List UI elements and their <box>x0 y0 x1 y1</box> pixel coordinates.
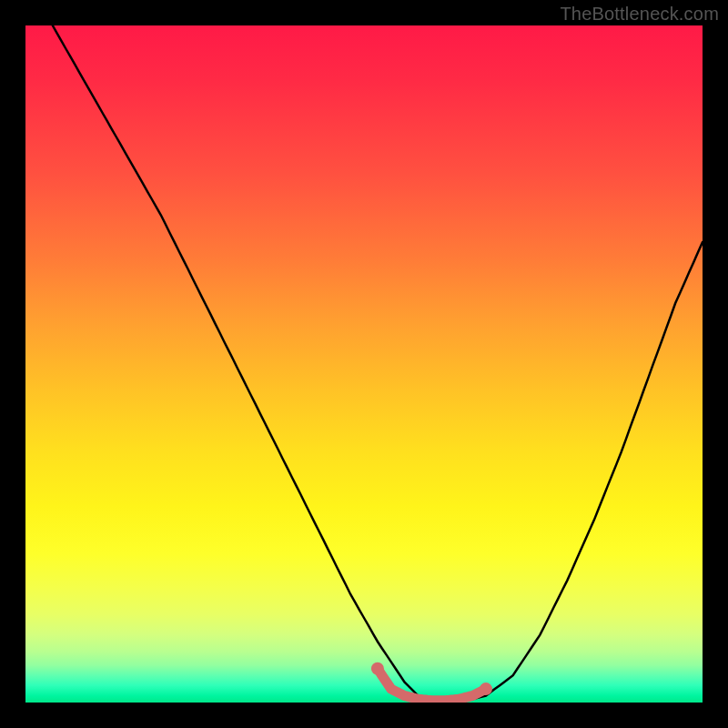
chart-frame: TheBottleneck.com <box>0 0 728 728</box>
optimal-zone-curve <box>378 669 486 701</box>
watermark-text: TheBottleneck.com <box>560 4 719 25</box>
optimal-zone-start-dot <box>371 662 384 675</box>
optimal-zone-end-dot <box>480 682 492 695</box>
plot-area <box>25 25 703 703</box>
bottleneck-curve <box>53 25 703 703</box>
curve-layer <box>25 25 703 703</box>
